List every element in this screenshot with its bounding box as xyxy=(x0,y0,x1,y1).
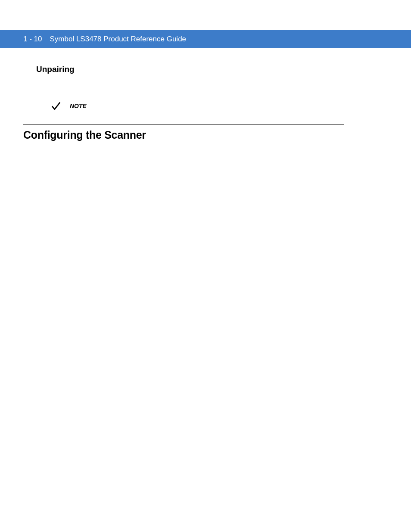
document-title: Symbol LS3478 Product Reference Guide xyxy=(50,35,186,44)
content-area: Unpairing NOTE Configuring the Scanner xyxy=(23,65,344,141)
unpairing-heading: Unpairing xyxy=(36,65,344,74)
configuring-heading: Configuring the Scanner xyxy=(23,129,344,141)
page-number: 1 - 10 xyxy=(23,35,42,44)
page-header-bar: 1 - 10 Symbol LS3478 Product Reference G… xyxy=(0,30,411,48)
note-block: NOTE xyxy=(50,100,344,112)
note-label: NOTE xyxy=(70,103,87,109)
section-divider xyxy=(23,124,344,124)
checkmark-icon xyxy=(50,100,62,112)
